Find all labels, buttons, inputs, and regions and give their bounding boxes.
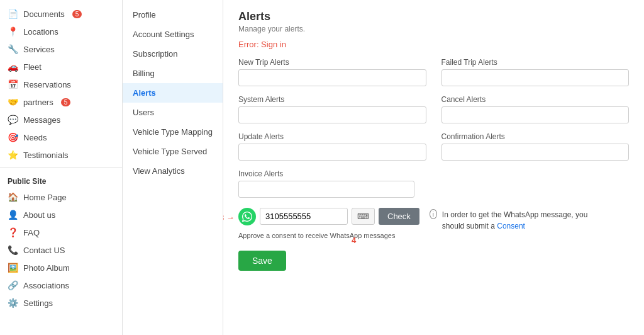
middle-item-account-settings[interactable]: Account Settings 2 [123,25,223,44]
public-site-label: Public Site [0,172,122,188]
alerts-grid: New Trip Alerts Failed Trip Alerts Syste… [238,58,629,161]
associations-icon: 🔗 [8,280,18,290]
invoice-section: Invoice Alerts [238,169,629,198]
home-icon: 🏠 [8,192,18,202]
partners-badge: 5 [61,98,71,106]
annotation-3: 3 → [223,213,235,222]
sidebar-item-services[interactable]: 🔧 Services [0,40,122,58]
invoice-alerts-label: Invoice Alerts [238,169,629,178]
sidebar-item-contact-us[interactable]: 📞 Contact US [0,241,122,259]
approve-text: Approve a consent to receive WhatsApp me… [238,232,419,239]
invoice-alerts-input[interactable] [238,181,414,198]
failed-trip-alerts-field: Failed Trip Alerts [441,58,630,86]
documents-badge: 5 [72,10,82,18]
faq-icon: ❓ [8,227,18,237]
contact-icon: 📞 [8,245,18,255]
documents-icon: 📄 [8,9,18,19]
sidebar-item-messages[interactable]: 💬 Messages [0,111,122,128]
messages-icon: 💬 [8,115,18,125]
sidebar-item-partners[interactable]: 🤝 partners 5 [0,93,122,111]
confirmation-alerts-label: Confirmation Alerts [441,132,630,141]
about-icon: 👤 [8,210,18,220]
sidebar-item-testimonials[interactable]: ⭐ Testimonials [0,146,122,164]
reservations-icon: 📅 [8,79,18,89]
middle-item-alerts[interactable]: Alerts [123,83,223,103]
middle-item-vehicle-type-served[interactable]: Vehicle Type Served [123,142,223,161]
needs-icon: 🎯 [8,132,18,142]
sidebar-item-faq[interactable]: ❓ FAQ [0,224,122,241]
testimonials-icon: ⭐ [8,150,18,160]
consent-info: i In order to get the WhatsApp message, … [430,209,606,232]
middle-item-users[interactable]: Users [123,103,223,122]
new-trip-alerts-input[interactable] [238,69,426,86]
confirmation-alerts-field: Confirmation Alerts [441,132,630,161]
keyboard-icon-button[interactable]: ⌨ [352,208,375,225]
middle-item-vehicle-type-mapping[interactable]: Vehicle Type Mapping [123,122,223,142]
failed-trip-alerts-label: Failed Trip Alerts [441,58,630,67]
phone-row: ⌨ Check 4 [238,207,419,225]
main-content: Alerts Manage your alerts. Error: Sign i… [223,0,644,335]
system-alerts-label: System Alerts [238,95,426,104]
sidebar-item-documents[interactable]: 📄 Documents 5 [0,5,122,23]
middle-item-view-analytics[interactable]: View Analytics [123,161,223,181]
consent-text: In order to get the WhatsApp message, yo… [442,209,606,232]
fleet-icon: 🚗 [8,62,18,72]
whatsapp-section: 3 → ⌨ Check 4 Approve a consent to recei… [238,207,629,239]
locations-icon: 📍 [8,26,18,37]
phone-input[interactable] [260,208,348,225]
sidebar-item-reservations[interactable]: 📅 Reservations [0,76,122,93]
update-alerts-label: Update Alerts [238,132,426,141]
page-subtitle: Manage your alerts. [238,25,629,33]
sidebar-item-needs[interactable]: 🎯 Needs [0,128,122,146]
whatsapp-col: ⌨ Check 4 Approve a consent to receive W… [238,207,419,239]
sidebar-item-associations[interactable]: 🔗 Associations [0,276,122,294]
sidebar-divider [0,168,122,168]
left-sidebar: 📄 Documents 5 📍 Locations 🔧 Services 🚗 F… [0,0,123,335]
middle-item-billing[interactable]: Billing [123,64,223,83]
sidebar-item-locations[interactable]: 📍 Locations [0,23,122,40]
services-icon: 🔧 [8,44,18,54]
cancel-alerts-input[interactable] [441,106,630,123]
cancel-alerts-label: Cancel Alerts [441,95,630,104]
system-alerts-input[interactable] [238,106,426,123]
info-icon: i [430,209,437,219]
sidebar-item-home-page[interactable]: 🏠 Home Page [0,188,122,206]
update-alerts-input[interactable] [238,144,426,161]
settings-icon: ⚙️ [8,298,18,308]
save-button[interactable]: Save [238,251,286,271]
update-alerts-field: Update Alerts [238,132,426,161]
sidebar-item-photo-album[interactable]: 🖼️ Photo Album [0,259,122,276]
consent-link[interactable]: Consent [497,222,525,230]
middle-panel: Profile Account Settings 2 Subscription … [123,0,223,335]
cancel-alerts-field: Cancel Alerts [441,95,630,123]
sidebar-item-about-us[interactable]: 👤 About us [0,206,122,224]
confirmation-alerts-input[interactable] [441,144,630,161]
partners-icon: 🤝 [8,97,18,107]
page-title: Alerts [238,10,629,23]
photo-icon: 🖼️ [8,263,18,273]
sidebar-item-fleet[interactable]: 🚗 Fleet [0,58,122,76]
system-alerts-field: System Alerts [238,95,426,123]
check-button[interactable]: Check [379,208,419,225]
middle-item-profile[interactable]: Profile [123,5,223,25]
new-trip-alerts-field: New Trip Alerts [238,58,426,86]
sidebar-item-settings[interactable]: ⚙️ Settings ← 1 [0,294,122,312]
error-message: Error: Sign in [238,40,629,49]
new-trip-alerts-label: New Trip Alerts [238,58,426,67]
whatsapp-logo [238,208,256,225]
middle-item-subscription[interactable]: Subscription [123,44,223,64]
failed-trip-alerts-input[interactable] [441,69,630,86]
